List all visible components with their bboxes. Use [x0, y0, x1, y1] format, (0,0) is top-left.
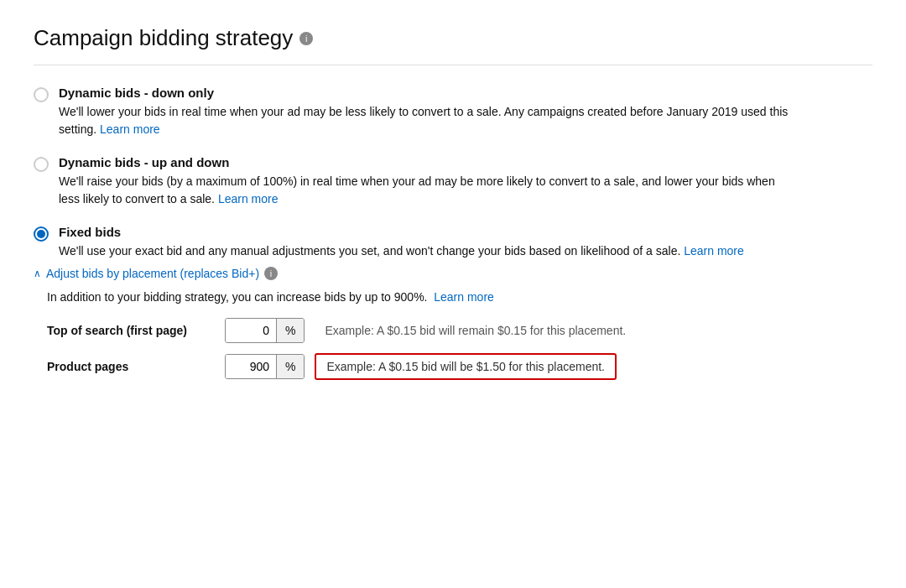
option-desc-dynamic-down: We'll lower your bids in real time when …	[59, 103, 789, 138]
adjust-bids-body: In addition to your bidding strategy, yo…	[34, 289, 872, 380]
bid-input-top-search[interactable]	[226, 319, 276, 342]
option-desc-dynamic-up-down: We'll raise your bids (by a maximum of 1…	[59, 173, 789, 208]
placement-example-top-search: Example: A $0.15 bid will remain $0.15 f…	[315, 319, 636, 342]
option-content-dynamic-up-down: Dynamic bids - up and down We'll raise y…	[59, 155, 789, 208]
learn-more-dynamic-down[interactable]: Learn more	[100, 122, 160, 136]
bidding-options: Dynamic bids - down only We'll lower you…	[34, 86, 789, 260]
adjust-bids-desc: In addition to your bidding strategy, yo…	[47, 289, 872, 306]
bid-percent-product-pages: %	[276, 355, 304, 378]
placement-row-product-pages: Product pages % Example: A $0.15 bid wil…	[47, 353, 872, 380]
option-fixed-bids: Fixed bids We'll use your exact bid and …	[34, 225, 789, 260]
radio-dynamic-down[interactable]	[34, 87, 49, 102]
radio-dynamic-up-down[interactable]	[34, 157, 49, 172]
bid-percent-top-search: %	[276, 319, 304, 342]
placement-example-product-pages: Example: A $0.15 bid will be $1.50 for t…	[315, 353, 617, 380]
adjust-bids-section: Adjust bids by placement (replaces Bid+)…	[34, 267, 872, 380]
learn-more-dynamic-up-down[interactable]: Learn more	[218, 192, 279, 206]
bid-input-group-product-pages: %	[225, 354, 305, 379]
bid-input-product-pages[interactable]	[226, 355, 276, 378]
option-title-dynamic-up-down: Dynamic bids - up and down	[59, 155, 789, 169]
adjust-bids-title[interactable]: Adjust bids by placement (replaces Bid+)…	[34, 267, 872, 280]
page-title-info-icon[interactable]: i	[299, 32, 313, 45]
option-title-dynamic-down: Dynamic bids - down only	[59, 86, 789, 100]
placement-label-product-pages: Product pages	[47, 360, 215, 373]
learn-more-adjust[interactable]: Learn more	[434, 290, 494, 304]
page-title-text: Campaign bidding strategy	[34, 25, 293, 51]
learn-more-fixed-bids[interactable]: Learn more	[684, 244, 744, 258]
title-divider	[34, 65, 872, 65]
option-content-fixed-bids: Fixed bids We'll use your exact bid and …	[59, 225, 789, 260]
bid-input-group-top-search: %	[225, 318, 305, 343]
radio-fixed-bids[interactable]	[34, 226, 49, 242]
page-title: Campaign bidding strategy i	[34, 25, 872, 51]
option-dynamic-down: Dynamic bids - down only We'll lower you…	[34, 86, 789, 138]
option-title-fixed-bids: Fixed bids	[59, 225, 789, 239]
option-dynamic-up-down: Dynamic bids - up and down We'll raise y…	[34, 155, 789, 208]
placement-label-top-search: Top of search (first page)	[47, 324, 215, 337]
option-content-dynamic-down: Dynamic bids - down only We'll lower you…	[59, 86, 789, 138]
adjust-info-icon[interactable]: i	[264, 267, 278, 280]
placement-row-top-search: Top of search (first page) % Example: A …	[47, 318, 872, 343]
option-desc-fixed-bids: We'll use your exact bid and any manual …	[59, 242, 789, 260]
